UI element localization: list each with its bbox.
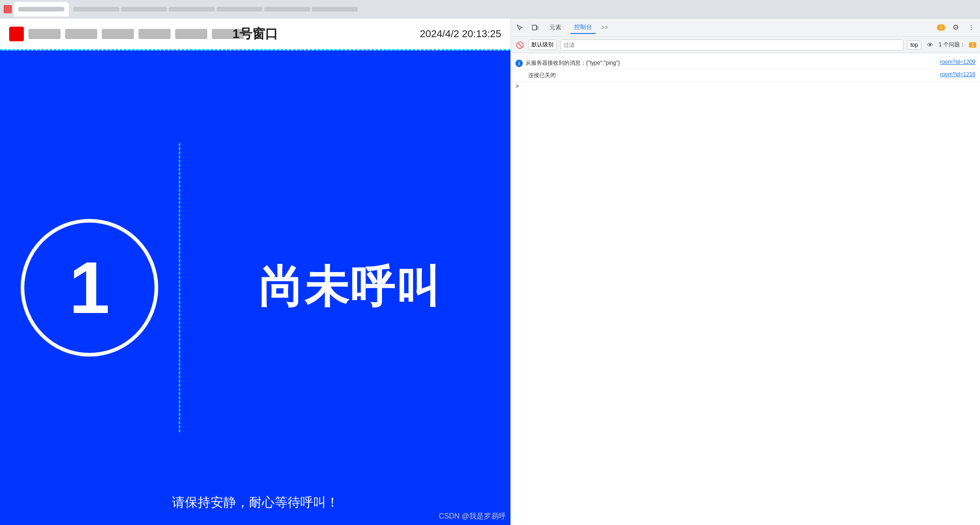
filter-input[interactable] — [560, 39, 903, 50]
devtools-panel: 元素 控制台 >> 1 ⚙ ⋮ 🚫 默认级别 top 👁 — [510, 18, 980, 525]
svg-rect-0 — [532, 25, 537, 30]
console-text-1: 从服务器接收到的消息：{"type":"ping"} — [526, 59, 937, 67]
tab-blurred-4[interactable] — [216, 7, 262, 11]
log-level-dropdown[interactable]: 默认级别 — [528, 39, 557, 50]
bottom-tip: 请保持安静，耐心等待呼叫！ — [0, 494, 510, 511]
devtools-more[interactable]: >> — [601, 24, 608, 31]
info-icon-1: i — [515, 60, 523, 67]
eye-icon[interactable]: 👁 — [925, 40, 935, 50]
active-tab[interactable] — [14, 2, 69, 17]
app-topbar-left — [9, 27, 244, 41]
expand-arrow[interactable]: > — [511, 82, 980, 90]
devtools-filterbar: 🚫 默认级别 top 👁 1 个问题： 1 — [511, 37, 980, 53]
circle-area: 1 — [0, 50, 179, 525]
console-entry-1: i 从服务器接收到的消息：{"type":"ping"} room?id=120… — [511, 57, 980, 69]
tab-elements[interactable]: 元素 — [546, 22, 565, 34]
devtools-issues-badge: 1 — [937, 24, 945, 31]
context-dropdown[interactable]: top — [907, 40, 921, 50]
console-link-1[interactable]: room?id=1209 — [940, 59, 975, 65]
svg-rect-1 — [537, 26, 538, 29]
more-options-icon[interactable]: ⋮ — [966, 22, 976, 33]
settings-icon[interactable]: ⚙ — [951, 22, 961, 33]
tab-label-blurred — [18, 7, 64, 11]
nav-tab-4[interactable] — [138, 29, 171, 39]
app-title: 1号窗口 — [233, 25, 278, 43]
console-link-2[interactable]: room?id=1216 — [940, 71, 975, 78]
app-content: 1 尚未呼叫 请保持安静，耐心等待呼叫！ — [0, 50, 510, 525]
issues-label: 1 个问题： — [939, 41, 965, 49]
tab-blurred-3[interactable] — [169, 7, 215, 11]
status-text: 尚未呼叫 — [259, 258, 442, 318]
nav-tab-2[interactable] — [65, 29, 97, 39]
tab-favicon — [4, 5, 12, 13]
window-number: 1 — [69, 246, 110, 330]
tab-console[interactable]: 控制台 — [570, 21, 596, 34]
app-area: 1号窗口 2024/4/2 20:13:25 1 尚未呼叫 请保持安静，耐心等待… — [0, 18, 510, 525]
nav-tab-1[interactable] — [28, 29, 61, 39]
csdn-watermark: CSDN @我是罗易呼 — [439, 512, 506, 521]
tab-blurred-2[interactable] — [121, 7, 167, 11]
console-text-2: 连接已关闭 — [528, 71, 937, 79]
tab-blurred-5[interactable] — [264, 7, 310, 11]
devtools-content: i 从服务器接收到的消息：{"type":"ping"} room?id=120… — [511, 53, 980, 525]
main-layout: 1号窗口 2024/4/2 20:13:25 1 尚未呼叫 请保持安静，耐心等待… — [0, 18, 980, 525]
nav-tab-5[interactable] — [175, 29, 207, 39]
status-area: 尚未呼叫 — [190, 258, 510, 318]
browser-tab-bar — [0, 0, 980, 18]
tab-blurred-6[interactable] — [312, 7, 358, 11]
devtools-topbar: 元素 控制台 >> 1 ⚙ ⋮ — [511, 18, 980, 37]
app-topbar: 1号窗口 2024/4/2 20:13:25 — [0, 18, 510, 50]
app-datetime: 2024/4/2 20:13:25 — [420, 28, 501, 40]
app-logo — [9, 27, 24, 41]
number-circle: 1 — [21, 219, 158, 357]
tab-blurred-1[interactable] — [73, 7, 119, 11]
console-entry-2: 连接已关闭 room?id=1216 — [511, 69, 980, 82]
inspect-icon[interactable] — [515, 22, 525, 33]
issues-count-badge: 1 — [969, 42, 976, 48]
clear-console-icon[interactable]: 🚫 — [515, 40, 525, 50]
nav-tab-3[interactable] — [102, 29, 134, 39]
device-icon[interactable] — [530, 22, 540, 33]
vertical-divider — [179, 143, 181, 432]
